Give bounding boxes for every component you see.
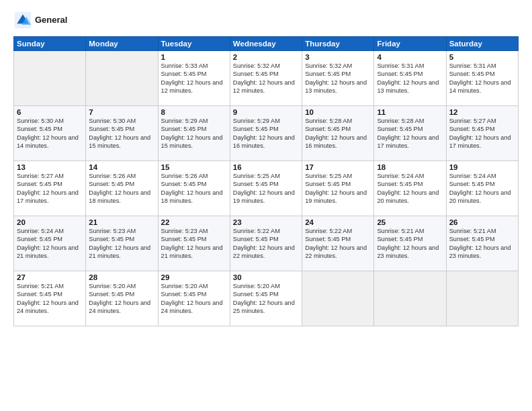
day-number: 8 [161, 108, 227, 116]
day-number: 23 [233, 218, 299, 226]
day-info: Sunrise: 5:23 AM Sunset: 5:45 PM Dayligh… [161, 227, 227, 261]
weekday-header-saturday: Saturday [446, 37, 518, 51]
calendar-header: SundayMondayTuesdayWednesdayThursdayFrid… [14, 37, 519, 51]
day-info: Sunrise: 5:26 AM Sunset: 5:45 PM Dayligh… [89, 172, 154, 205]
day-info: Sunrise: 5:22 AM Sunset: 5:45 PM Dayligh… [233, 227, 299, 261]
day-number: 7 [89, 108, 154, 116]
day-number: 2 [233, 53, 299, 61]
calendar-cell: 29Sunrise: 5:20 AM Sunset: 5:45 PM Dayli… [158, 271, 230, 326]
day-number: 27 [17, 273, 83, 281]
day-info: Sunrise: 5:21 AM Sunset: 5:45 PM Dayligh… [17, 282, 83, 316]
weekday-header-tuesday: Tuesday [158, 37, 230, 51]
weekday-header-monday: Monday [86, 37, 158, 51]
calendar-cell [446, 271, 518, 326]
calendar-cell: 20Sunrise: 5:24 AM Sunset: 5:45 PM Dayli… [14, 216, 86, 271]
day-number: 11 [377, 108, 443, 116]
day-number: 13 [17, 163, 83, 171]
calendar-cell: 5Sunrise: 5:31 AM Sunset: 5:45 PM Daylig… [446, 51, 518, 106]
calendar-cell: 11Sunrise: 5:28 AM Sunset: 5:45 PM Dayli… [374, 106, 446, 161]
day-number: 4 [377, 53, 443, 61]
calendar-cell: 12Sunrise: 5:27 AM Sunset: 5:45 PM Dayli… [446, 106, 518, 161]
week-row-1: 6Sunrise: 5:30 AM Sunset: 5:45 PM Daylig… [14, 106, 519, 161]
day-info: Sunrise: 5:24 AM Sunset: 5:45 PM Dayligh… [377, 172, 443, 205]
day-info: Sunrise: 5:30 AM Sunset: 5:45 PM Dayligh… [89, 117, 154, 150]
day-number: 19 [449, 163, 515, 171]
calendar-body: 1Sunrise: 5:33 AM Sunset: 5:45 PM Daylig… [14, 51, 519, 326]
logo-text: General [35, 15, 67, 26]
day-info: Sunrise: 5:24 AM Sunset: 5:45 PM Dayligh… [17, 227, 83, 261]
day-info: Sunrise: 5:33 AM Sunset: 5:45 PM Dayligh… [161, 62, 227, 95]
day-info: Sunrise: 5:25 AM Sunset: 5:45 PM Dayligh… [233, 172, 299, 205]
day-info: Sunrise: 5:25 AM Sunset: 5:45 PM Dayligh… [305, 172, 371, 205]
day-info: Sunrise: 5:22 AM Sunset: 5:45 PM Dayligh… [305, 227, 371, 261]
day-number: 29 [161, 273, 227, 281]
day-info: Sunrise: 5:31 AM Sunset: 5:45 PM Dayligh… [377, 62, 443, 95]
calendar-cell: 1Sunrise: 5:33 AM Sunset: 5:45 PM Daylig… [158, 51, 230, 106]
logo-icon [13, 11, 32, 30]
day-info: Sunrise: 5:32 AM Sunset: 5:45 PM Dayligh… [305, 62, 371, 95]
week-row-4: 27Sunrise: 5:21 AM Sunset: 5:45 PM Dayli… [14, 271, 519, 326]
day-number: 12 [449, 108, 515, 116]
calendar-cell: 30Sunrise: 5:20 AM Sunset: 5:45 PM Dayli… [230, 271, 302, 326]
calendar-cell: 18Sunrise: 5:24 AM Sunset: 5:45 PM Dayli… [374, 161, 446, 216]
calendar-cell: 24Sunrise: 5:22 AM Sunset: 5:45 PM Dayli… [302, 216, 374, 271]
calendar-cell [86, 51, 158, 106]
day-info: Sunrise: 5:20 AM Sunset: 5:45 PM Dayligh… [161, 282, 227, 316]
day-info: Sunrise: 5:21 AM Sunset: 5:45 PM Dayligh… [377, 227, 443, 261]
day-number: 15 [161, 163, 227, 171]
calendar-cell: 26Sunrise: 5:21 AM Sunset: 5:45 PM Dayli… [446, 216, 518, 271]
day-info: Sunrise: 5:21 AM Sunset: 5:45 PM Dayligh… [449, 227, 515, 261]
day-number: 1 [161, 53, 227, 61]
calendar-cell: 15Sunrise: 5:26 AM Sunset: 5:45 PM Dayli… [158, 161, 230, 216]
day-info: Sunrise: 5:30 AM Sunset: 5:45 PM Dayligh… [17, 117, 83, 150]
weekday-header-sunday: Sunday [14, 37, 86, 51]
day-number: 18 [377, 163, 443, 171]
calendar-cell: 2Sunrise: 5:32 AM Sunset: 5:45 PM Daylig… [230, 51, 302, 106]
page: General SundayMondayTuesdayWednesdayThur… [0, 0, 532, 411]
day-info: Sunrise: 5:27 AM Sunset: 5:45 PM Dayligh… [17, 172, 83, 205]
calendar-cell: 16Sunrise: 5:25 AM Sunset: 5:45 PM Dayli… [230, 161, 302, 216]
day-info: Sunrise: 5:26 AM Sunset: 5:45 PM Dayligh… [161, 172, 227, 205]
day-info: Sunrise: 5:29 AM Sunset: 5:45 PM Dayligh… [161, 117, 227, 150]
calendar-cell: 21Sunrise: 5:23 AM Sunset: 5:45 PM Dayli… [86, 216, 158, 271]
day-number: 6 [17, 108, 83, 116]
day-info: Sunrise: 5:20 AM Sunset: 5:45 PM Dayligh… [89, 282, 154, 316]
week-row-0: 1Sunrise: 5:33 AM Sunset: 5:45 PM Daylig… [14, 51, 519, 106]
day-number: 9 [233, 108, 299, 116]
calendar-cell [302, 271, 374, 326]
weekday-header-thursday: Thursday [302, 37, 374, 51]
day-info: Sunrise: 5:27 AM Sunset: 5:45 PM Dayligh… [449, 117, 515, 150]
day-number: 17 [305, 163, 371, 171]
day-info: Sunrise: 5:24 AM Sunset: 5:45 PM Dayligh… [449, 172, 515, 205]
calendar-cell: 6Sunrise: 5:30 AM Sunset: 5:45 PM Daylig… [14, 106, 86, 161]
day-number: 26 [449, 218, 515, 226]
day-info: Sunrise: 5:20 AM Sunset: 5:45 PM Dayligh… [233, 282, 299, 316]
weekday-header-row: SundayMondayTuesdayWednesdayThursdayFrid… [14, 37, 519, 51]
calendar-cell [374, 271, 446, 326]
day-number: 16 [233, 163, 299, 171]
day-number: 5 [449, 53, 515, 61]
calendar-cell: 28Sunrise: 5:20 AM Sunset: 5:45 PM Dayli… [86, 271, 158, 326]
calendar-cell: 19Sunrise: 5:24 AM Sunset: 5:45 PM Dayli… [446, 161, 518, 216]
day-info: Sunrise: 5:31 AM Sunset: 5:45 PM Dayligh… [449, 62, 515, 95]
calendar-cell: 25Sunrise: 5:21 AM Sunset: 5:45 PM Dayli… [374, 216, 446, 271]
calendar-cell: 9Sunrise: 5:29 AM Sunset: 5:45 PM Daylig… [230, 106, 302, 161]
calendar-cell [14, 51, 86, 106]
weekday-header-wednesday: Wednesday [230, 37, 302, 51]
day-number: 24 [305, 218, 371, 226]
calendar-cell: 22Sunrise: 5:23 AM Sunset: 5:45 PM Dayli… [158, 216, 230, 271]
day-info: Sunrise: 5:28 AM Sunset: 5:45 PM Dayligh… [305, 117, 371, 150]
day-number: 3 [305, 53, 371, 61]
weekday-header-friday: Friday [374, 37, 446, 51]
day-info: Sunrise: 5:29 AM Sunset: 5:45 PM Dayligh… [233, 117, 299, 150]
week-row-2: 13Sunrise: 5:27 AM Sunset: 5:45 PM Dayli… [14, 161, 519, 216]
week-row-3: 20Sunrise: 5:24 AM Sunset: 5:45 PM Dayli… [14, 216, 519, 271]
day-number: 20 [17, 218, 83, 226]
day-number: 21 [89, 218, 154, 226]
day-info: Sunrise: 5:23 AM Sunset: 5:45 PM Dayligh… [89, 227, 154, 261]
day-number: 10 [305, 108, 371, 116]
day-number: 14 [89, 163, 154, 171]
day-number: 25 [377, 218, 443, 226]
day-number: 28 [89, 273, 154, 281]
calendar-cell: 7Sunrise: 5:30 AM Sunset: 5:45 PM Daylig… [86, 106, 158, 161]
